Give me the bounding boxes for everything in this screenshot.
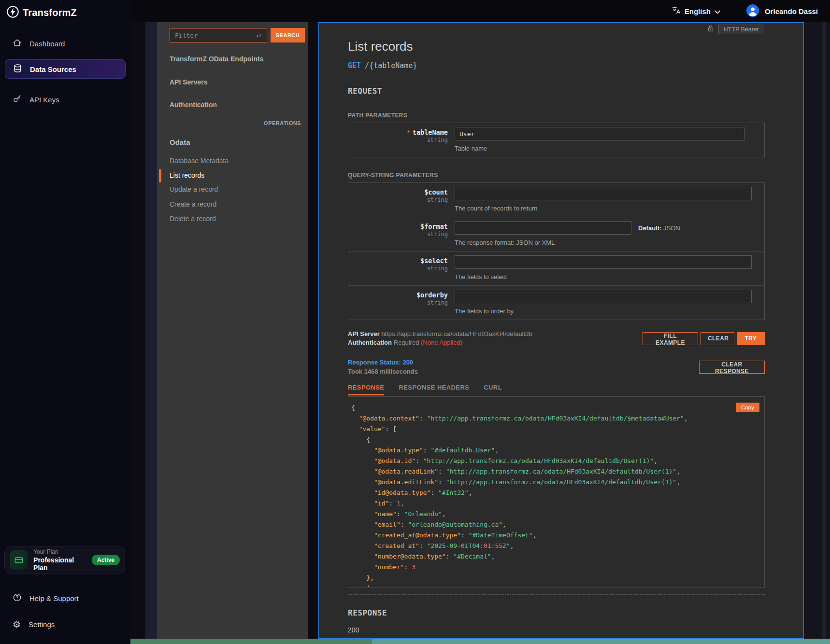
response-meta-row: Response Status: 200 Took 1468 milliseco…	[348, 359, 765, 375]
fill-example-button[interactable]: FILL EXAMPLE	[643, 332, 698, 345]
question-circle-icon	[13, 593, 22, 603]
server-auth-row: API Server https://app.transformz.ca/oda…	[348, 330, 765, 347]
orderby-input[interactable]	[455, 290, 752, 303]
copy-button[interactable]: Copy	[736, 403, 759, 412]
auth-status: (None Applied)	[421, 339, 462, 346]
path-params-heading: PATH PARAMETERS	[348, 112, 765, 119]
vertical-scrollbar[interactable]	[822, 22, 826, 639]
http-bearer-badge[interactable]: HTTP Bearer	[718, 25, 764, 34]
default-label: Default:	[638, 224, 661, 232]
auth-badge-row: HTTP Bearer	[707, 25, 764, 34]
param-type: string	[348, 137, 448, 143]
nav-op-database-metadata[interactable]: Database Metadata	[170, 157, 229, 165]
api-server-url: https://app.transformz.ca/odata/HFd03axK…	[381, 330, 532, 337]
param-default: Default: JSON	[638, 224, 680, 232]
param-row-orderby: $orderby string The fields to order by	[348, 285, 764, 320]
count-input[interactable]	[455, 187, 752, 200]
param-description: Table name	[455, 145, 764, 152]
api-server-line: API Server https://app.transformz.ca/oda…	[348, 330, 532, 338]
path-params-table: *tableName string Table name	[348, 123, 765, 157]
lock-icon	[707, 25, 715, 34]
tab-response[interactable]: RESPONSE	[348, 384, 384, 395]
sidebar: TransformZ Dashboard Data Sources API Ke…	[0, 0, 130, 644]
response-tabs: RESPONSE RESPONSE HEADERS CURL	[348, 384, 765, 395]
sidebar-item-api-keys[interactable]: API Keys	[5, 91, 126, 108]
sidebar-item-data-sources[interactable]: Data Sources	[5, 59, 126, 79]
sidebar-item-dashboard[interactable]: Dashboard	[5, 35, 126, 52]
param-type: string	[348, 231, 448, 238]
response-body-block: Copy { "@odata.context": "http://app.tra…	[348, 396, 765, 588]
nav-collapse-strip	[145, 22, 157, 639]
search-button[interactable]: SEARCH	[271, 28, 305, 42]
response-heading: RESPONSE	[348, 608, 765, 617]
query-params-heading: QUERY-STRING PARAMETERS	[348, 172, 765, 179]
gear-icon: ⚙	[13, 620, 21, 629]
user-menu[interactable]: Orleando Dassi	[746, 4, 818, 18]
nav-op-create-record[interactable]: Create a record	[170, 200, 216, 208]
filter-input[interactable]	[170, 28, 267, 42]
section-divider	[348, 594, 765, 595]
try-button[interactable]: TRY	[737, 332, 765, 345]
sidebar-item-label: Data Sources	[30, 65, 76, 73]
clear-button[interactable]: CLEAR	[701, 332, 734, 345]
tab-response-headers[interactable]: RESPONSE HEADERS	[399, 384, 469, 395]
param-type: string	[348, 299, 448, 306]
response-took: Took 1468 milliseconds	[348, 368, 418, 375]
logo-text: TransformZ	[23, 7, 77, 18]
chevron-down-icon	[715, 7, 720, 15]
param-name: tableName	[413, 128, 448, 136]
param-name: $count	[348, 188, 448, 196]
filter-row: ↵ SEARCH	[170, 28, 305, 42]
user-name: Orleando Dassi	[765, 7, 818, 15]
nav-link-api-servers[interactable]: API Servers	[170, 78, 208, 86]
sidebar-item-label: Settings	[29, 620, 55, 629]
sidebar-item-settings[interactable]: ⚙ Settings	[6, 617, 125, 631]
sidebar-divider	[4, 585, 125, 585]
sidebar-item-label: Dashboard	[29, 40, 65, 48]
endpoints-nav-panel: ↵ SEARCH TransformZ OData Endpoints API …	[157, 22, 308, 639]
request-heading: REQUEST	[348, 86, 765, 96]
tablename-input[interactable]	[455, 127, 744, 140]
horizontal-scrollbar[interactable]	[130, 639, 830, 644]
param-name: $format	[348, 223, 448, 230]
plan-name: Professional Plan	[33, 556, 86, 572]
nav-tag-odata[interactable]: Odata	[170, 138, 190, 146]
horizontal-scrollbar-thumb[interactable]	[130, 639, 372, 644]
tab-curl[interactable]: CURL	[484, 384, 502, 395]
default-value: JSON	[663, 224, 680, 232]
param-description: The count of records to return	[455, 205, 764, 212]
param-row-count: $count string The count of records to re…	[348, 183, 764, 217]
nav-op-update-record[interactable]: Update a record	[170, 185, 218, 193]
nav-link-authentication[interactable]: Authentication	[170, 101, 217, 109]
http-method: GET	[348, 61, 361, 70]
param-row-format: $format string Default: JSON The respons…	[348, 217, 764, 251]
language-selector[interactable]: English	[672, 6, 720, 16]
plan-status-badge: Active	[92, 555, 120, 565]
active-operation-indicator	[159, 169, 161, 182]
param-row-select: $select string The fields to select	[348, 251, 764, 285]
auth-label: Authentication	[348, 339, 392, 346]
response-status: Response Status: 200	[348, 359, 418, 366]
nav-link-endpoints[interactable]: TransformZ OData Endpoints	[170, 55, 263, 63]
api-server-label: API Server	[348, 330, 380, 337]
endpoint-path: /{tableName}	[365, 61, 417, 70]
select-input[interactable]	[455, 255, 752, 269]
param-description: The response format: JSON or XML	[455, 239, 764, 246]
format-input[interactable]	[455, 221, 631, 235]
param-row-tablename: *tableName string Table name	[348, 123, 764, 157]
param-name: $orderby	[348, 291, 448, 299]
plan-title: Your Plan	[33, 548, 86, 555]
nav-op-delete-record[interactable]: Delete a record	[170, 215, 216, 223]
plan-card[interactable]: Your Plan Professional Plan Active	[4, 546, 125, 574]
param-name: $select	[348, 257, 448, 265]
avatar	[746, 4, 759, 18]
response-code: 200	[348, 626, 765, 634]
clear-response-button[interactable]: CLEAR RESPONSE	[699, 361, 765, 374]
app-logo[interactable]: TransformZ	[6, 5, 77, 20]
home-icon	[13, 38, 22, 49]
key-icon	[13, 94, 22, 105]
sidebar-item-help-support[interactable]: Help & Support	[6, 591, 125, 605]
nav-op-list-records[interactable]: List records	[170, 171, 204, 179]
param-type: string	[348, 196, 448, 203]
response-body-code: { "@odata.context": "http://app.transfor…	[351, 403, 764, 588]
